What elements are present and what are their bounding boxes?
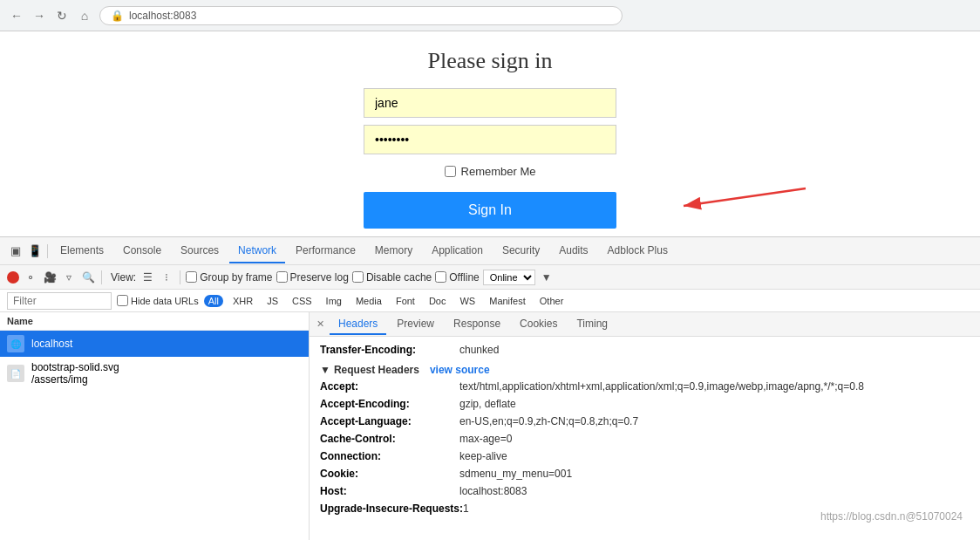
- filter-icon[interactable]: ▿: [61, 270, 77, 285]
- remember-me-label: Remember Me: [461, 165, 536, 178]
- filter-media-btn[interactable]: Media: [351, 295, 386, 307]
- remember-me-group: Remember Me: [445, 165, 536, 178]
- file-list-panel: Name 🌐 localhost 📄 bootstrap-solid.svg /…: [0, 312, 310, 540]
- transfer-encoding-value: chunked: [459, 342, 499, 358]
- view-source-link[interactable]: view source: [430, 364, 490, 376]
- connection-key: Connection:: [320, 448, 459, 464]
- header-row-host: Host: localhost:8083: [320, 483, 970, 499]
- inspect-icon[interactable]: ▣: [7, 243, 24, 260]
- preserve-log-group: Preserve log: [276, 271, 349, 284]
- tab-sources[interactable]: Sources: [172, 239, 228, 263]
- page-content: Please sign in Remember Me Sign In: [0, 31, 980, 236]
- reload-button[interactable]: ↻: [54, 8, 70, 24]
- header-row-connection: Connection: keep-alive: [320, 448, 970, 464]
- cookie-key: Cookie:: [320, 466, 459, 482]
- preserve-log-checkbox[interactable]: [276, 271, 288, 283]
- view-label: View:: [111, 271, 136, 284]
- tab-elements[interactable]: Elements: [51, 239, 112, 263]
- list-view-button[interactable]: ☰: [140, 270, 155, 285]
- accept-language-value: en-US,en;q=0.9,zh-CN;q=0.8,zh;q=0.7: [459, 414, 638, 429]
- filter-xhr-btn[interactable]: XHR: [228, 295, 257, 307]
- filter-ws-btn[interactable]: WS: [455, 295, 480, 307]
- separator-1: [101, 270, 102, 284]
- password-field[interactable]: [364, 125, 616, 154]
- record-button[interactable]: [7, 271, 19, 284]
- hide-data-urls-checkbox[interactable]: [117, 295, 128, 306]
- address-bar[interactable]: 🔒 localhost:8083: [99, 6, 623, 25]
- transfer-encoding-key: Transfer-Encoding:: [320, 342, 459, 358]
- tab-audits[interactable]: Audits: [550, 239, 596, 263]
- tab-network[interactable]: Network: [229, 239, 285, 263]
- forward-button[interactable]: →: [31, 8, 47, 24]
- tab-security[interactable]: Security: [493, 239, 548, 263]
- upgrade-key: Upgrade-Insecure-Requests:: [320, 501, 463, 516]
- accept-language-key: Accept-Language:: [320, 414, 459, 429]
- search-button[interactable]: 🔍: [80, 270, 96, 285]
- bootstrap-info: bootstrap-solid.svg /asserts/img: [31, 361, 119, 386]
- sign-in-button[interactable]: Sign In: [364, 192, 616, 229]
- camera-button[interactable]: 🎥: [42, 270, 58, 285]
- home-button[interactable]: ⌂: [77, 8, 92, 24]
- arrow-annotation: [631, 171, 823, 226]
- response-tab-timing[interactable]: Timing: [568, 314, 616, 335]
- throttle-dropdown-icon[interactable]: ▼: [539, 270, 555, 285]
- filter-bar: Hide data URLs All XHR JS CSS Img Media …: [0, 290, 980, 312]
- transfer-encoding-row: Transfer-Encoding: chunked: [320, 342, 970, 358]
- username-field[interactable]: [364, 88, 616, 118]
- tab-adblock[interactable]: Adblock Plus: [599, 239, 677, 263]
- filter-other-btn[interactable]: Other: [535, 295, 568, 307]
- response-tab-response[interactable]: Response: [445, 314, 509, 335]
- response-tab-preview[interactable]: Preview: [388, 314, 443, 335]
- header-row-upgrade: Upgrade-Insecure-Requests: 1: [320, 501, 970, 516]
- tab-memory[interactable]: Memory: [366, 239, 421, 263]
- host-key: Host:: [320, 483, 459, 499]
- request-headers-title: Request Headers: [334, 364, 419, 376]
- remember-me-checkbox[interactable]: [445, 166, 456, 177]
- response-tab-headers[interactable]: Headers: [330, 314, 386, 335]
- response-tab-cookies[interactable]: Cookies: [511, 314, 566, 335]
- header-row-accept-encoding: Accept-Encoding: gzip, deflate: [320, 396, 970, 412]
- bootstrap-path: /asserts/img: [31, 373, 119, 386]
- localhost-filename: localhost: [31, 338, 72, 350]
- clear-button[interactable]: ⚬: [23, 270, 38, 285]
- accept-value: text/html,application/xhtml+xml,applicat…: [459, 379, 864, 394]
- tab-console[interactable]: Console: [114, 239, 170, 263]
- localhost-name: localhost: [31, 338, 72, 350]
- disable-cache-label: Disable cache: [366, 271, 432, 284]
- mobile-icon[interactable]: 📱: [26, 243, 44, 260]
- grid-view-button[interactable]: ⁝: [159, 270, 174, 285]
- disable-cache-group: Disable cache: [352, 271, 432, 284]
- filter-img-btn[interactable]: Img: [322, 295, 346, 307]
- group-frame-checkbox[interactable]: [186, 271, 197, 283]
- throttle-select[interactable]: Online: [483, 270, 535, 285]
- header-row-cookie: Cookie: sdmenu_my_menu=001: [320, 466, 970, 482]
- page-title: Please sign in: [428, 48, 553, 74]
- file-item-bootstrap[interactable]: 📄 bootstrap-solid.svg /asserts/img: [0, 357, 309, 390]
- offline-label: Offline: [449, 271, 479, 284]
- close-panel-btn[interactable]: ✕: [313, 315, 328, 333]
- filter-input[interactable]: [7, 292, 112, 310]
- file-item-localhost[interactable]: 🌐 localhost: [0, 331, 309, 357]
- filter-doc-btn[interactable]: Doc: [425, 295, 451, 307]
- offline-checkbox[interactable]: [435, 271, 446, 283]
- request-headers-toggle[interactable]: ▼ Request Headers view source: [320, 361, 970, 379]
- filter-manifest-btn[interactable]: Manifest: [485, 295, 530, 307]
- bootstrap-filename: bootstrap-solid.svg: [31, 361, 119, 373]
- disable-cache-checkbox[interactable]: [352, 271, 364, 283]
- tab-performance[interactable]: Performance: [287, 239, 364, 263]
- connection-value: keep-alive: [459, 448, 507, 464]
- tab-application[interactable]: Application: [423, 239, 492, 263]
- back-button[interactable]: ←: [9, 8, 24, 24]
- devtools-tabs-bar: ▣ 📱 Elements Console Sources Network Per…: [0, 237, 980, 265]
- separator-2: [180, 270, 180, 284]
- header-row-accept: Accept: text/html,application/xhtml+xml,…: [320, 379, 970, 394]
- address-text: localhost:8083: [129, 10, 196, 22]
- lock-icon: 🔒: [111, 10, 124, 22]
- filter-js-btn[interactable]: JS: [262, 295, 282, 307]
- headers-content: Transfer-Encoding: chunked ▼ Request Hea…: [310, 337, 980, 523]
- group-frame-label: Group by frame: [200, 271, 272, 284]
- filter-css-btn[interactable]: CSS: [288, 295, 316, 307]
- preserve-log-label: Preserve log: [290, 271, 349, 284]
- filter-all-btn[interactable]: All: [204, 295, 223, 307]
- filter-font-btn[interactable]: Font: [391, 295, 419, 307]
